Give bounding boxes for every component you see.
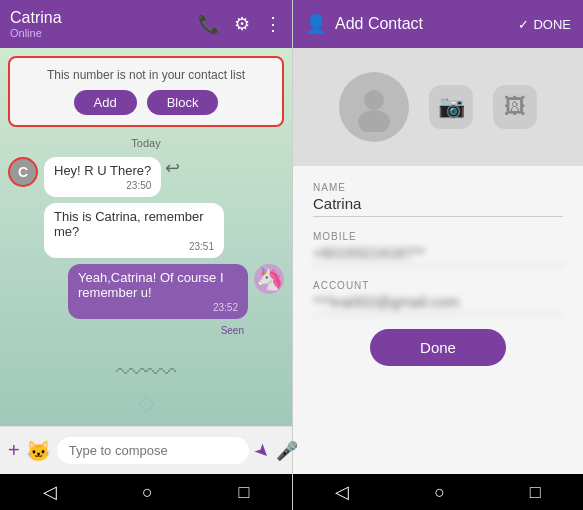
message-time: 23:52 [78,302,238,313]
right-nav-bar: ◁ ○ □ [293,474,583,510]
header-action-icons: 📞 ⚙ ⋮ [198,13,282,35]
message-row: Yeah,Catrina! Of course I remember u! 23… [8,264,284,319]
not-in-contact-text: This number is not in your contact list [24,68,268,82]
camera-option[interactable]: 📷 [429,85,473,129]
header-title-row: 👤 Add Contact [305,13,423,35]
avatar: C [8,157,38,187]
message-bubble: Hey! R U There? 23:50 [44,157,161,197]
done-header-button[interactable]: ✓ DONE [518,17,571,32]
right-recent-button[interactable]: □ [530,482,541,503]
done-label: DONE [533,17,571,32]
mobile-label: MOBILE [313,231,563,242]
add-contact-button[interactable]: Add [74,90,137,115]
avatar-silhouette-svg [349,82,399,132]
svg-point-1 [358,110,390,132]
contact-action-buttons: Add Block [24,90,268,115]
message-bubble: This is Catrina, remember me? 23:51 [44,203,224,258]
account-value[interactable]: ***ina002@gmail.com [313,293,563,315]
reply-icon: ↩ [165,157,180,179]
avatar-section: 📷 🖼 [293,48,583,166]
chat-panel: Catrina Online 📞 ⚙ ⋮ This number is not … [0,0,292,510]
date-divider: Today [8,137,284,149]
add-contact-title: Add Contact [335,15,423,33]
message-text: This is Catrina, remember me? [54,209,214,239]
add-contact-header: 👤 Add Contact ✓ DONE [293,0,583,48]
done-button[interactable]: Done [370,329,506,366]
name-field-group: NAME Catrina [313,182,563,217]
message-row: This is Catrina, remember me? 23:51 [8,203,284,258]
send-icon[interactable]: ➤ [249,437,275,463]
name-label: NAME [313,182,563,193]
not-in-contact-notification: This number is not in your contact list … [8,56,284,127]
avatar-initial: C [18,164,28,180]
contact-icon: 👤 [305,13,327,35]
contact-status: Online [10,27,62,39]
chat-input-bar: + 🐱 ➤ 🎤 [0,426,292,474]
wave-decoration: 〰〰 [8,356,284,390]
right-home-button[interactable]: ○ [434,482,445,503]
name-value[interactable]: Catrina [313,195,563,217]
right-back-button[interactable]: ◁ [335,481,349,503]
header-contact-info: Catrina Online [10,9,62,39]
message-row: C Hey! R U There? 23:50 ↩ [8,157,284,197]
call-icon[interactable]: 📞 [198,13,220,35]
camera-icon: 📷 [438,94,465,120]
block-contact-button[interactable]: Block [147,90,219,115]
mobile-field-group: MOBILE +60193216187** [313,231,563,266]
more-options-icon[interactable]: ⋮ [264,13,282,35]
settings-icon[interactable]: ⚙ [234,13,250,35]
mic-icon[interactable]: 🎤 [276,440,298,462]
gallery-icon: 🖼 [504,94,526,120]
message-text: Hey! R U There? [54,163,151,178]
mobile-value[interactable]: +60193216187** [313,244,563,266]
gallery-option[interactable]: 🖼 [493,85,537,129]
chat-header: Catrina Online 📞 ⚙ ⋮ [0,0,292,48]
sent-avatar: 🦄 [254,264,284,294]
message-text: Yeah,Catrina! Of course I remember u! [78,270,238,300]
emoji-icon[interactable]: 🐱 [26,439,51,463]
chat-body: This number is not in your contact list … [0,48,292,426]
diamond-decoration: ◇ [8,390,284,416]
seen-label: Seen [8,325,284,336]
compose-input[interactable] [57,437,249,464]
contact-name: Catrina [10,9,62,27]
home-button[interactable]: ○ [142,482,153,503]
check-icon: ✓ [518,17,529,32]
account-label: ACCOUNT [313,280,563,291]
account-field-group: ACCOUNT ***ina002@gmail.com [313,280,563,315]
add-contact-panel: 👤 Add Contact ✓ DONE 📷 🖼 NAME Catrina [293,0,583,510]
left-nav-bar: ◁ ○ □ [0,474,292,510]
message-bubble: Yeah,Catrina! Of course I remember u! 23… [68,264,248,319]
recent-button[interactable]: □ [238,482,249,503]
svg-point-0 [364,90,384,110]
back-button[interactable]: ◁ [43,481,57,503]
add-icon[interactable]: + [8,439,20,462]
message-time: 23:50 [54,180,151,191]
message-time: 23:51 [54,241,214,252]
form-section: NAME Catrina MOBILE +60193216187** ACCOU… [293,166,583,474]
contact-avatar [339,72,409,142]
